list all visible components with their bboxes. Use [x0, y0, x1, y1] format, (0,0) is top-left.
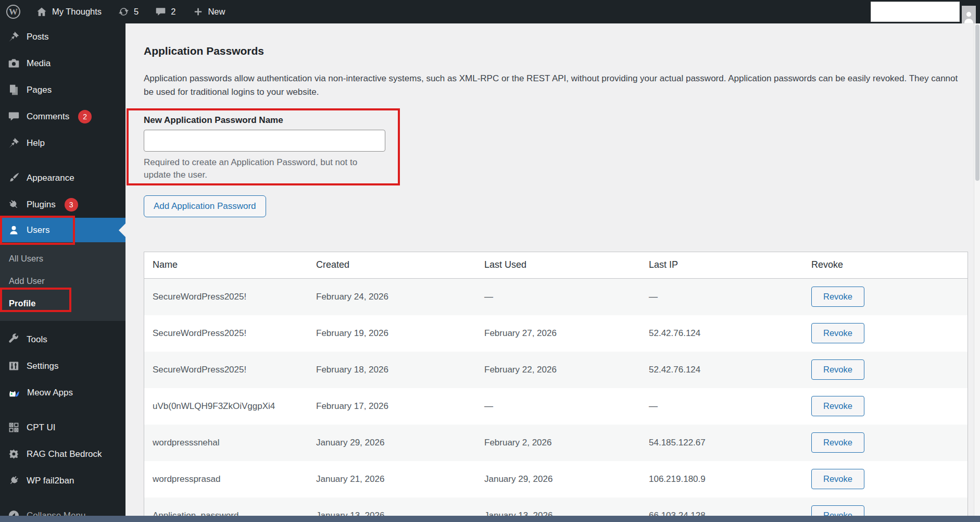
camera-icon	[8, 57, 20, 69]
new-application-password-name-input[interactable]	[144, 130, 385, 152]
application-passwords-table: Name Created Last Used Last IP Revoke Se…	[144, 252, 968, 516]
pushpin-icon	[8, 31, 20, 43]
table-row: wordpresssnehal January 29, 2026 Februar…	[144, 425, 968, 461]
revoke-button[interactable]: Revoke	[811, 505, 864, 516]
application-passwords-description: Application passwords allow authenticati…	[144, 72, 961, 100]
sidebar-item-media[interactable]: Media	[0, 50, 125, 77]
plugins-badge: 3	[65, 198, 78, 212]
submenu-item-profile[interactable]: Profile	[0, 292, 125, 315]
updates-count: 5	[134, 7, 139, 17]
password-name: wordpressprasad	[144, 474, 316, 484]
sidebar-item-label: Comments	[27, 111, 69, 122]
sidebar-item-label: Pages	[27, 85, 52, 95]
table-row: SecureWordPress2025! February 19, 2026 F…	[144, 315, 968, 352]
bottom-bar	[0, 516, 980, 522]
add-application-password-button[interactable]: Add Application Password	[144, 195, 266, 217]
sidebar-item-cpt-ui[interactable]: CPT UI	[0, 414, 125, 441]
last-used-date: January 13, 2026	[484, 511, 649, 516]
sidebar-item-label: Tools	[27, 334, 47, 345]
user-icon	[8, 224, 20, 236]
sidebar-item-appearance[interactable]: Appearance	[0, 165, 125, 191]
table-row: Application_password_ January 13, 2026 J…	[144, 498, 968, 516]
sidebar-item-meow-apps[interactable]: Meow Apps	[0, 379, 125, 406]
sidebar-item-label: Meow Apps	[27, 388, 73, 398]
sidebar-item-label: Posts	[27, 32, 49, 42]
revoke-button[interactable]: Revoke	[811, 359, 864, 380]
submenu-item-label: Profile	[9, 299, 35, 308]
last-used-date: January 29, 2026	[484, 474, 649, 484]
password-name: uVb(0nWLQH9F3ZkOiVggpXi4	[144, 401, 316, 412]
submenu-item-label: All Users	[9, 254, 43, 264]
gear-icon	[8, 448, 20, 460]
column-header-revoke: Revoke	[811, 259, 968, 270]
plug-icon	[8, 198, 20, 210]
last-ip: —	[649, 401, 811, 412]
created-date: January 29, 2026	[316, 438, 484, 448]
revoke-button[interactable]: Revoke	[811, 469, 864, 489]
sidebar-item-rag-chat-bedrock[interactable]: RAG Chat Bedrock	[0, 441, 125, 467]
table-header-row: Name Created Last Used Last IP Revoke	[144, 252, 968, 279]
user-avatar[interactable]	[962, 6, 976, 23]
wordpress-logo-icon[interactable]: W	[6, 5, 20, 19]
site-name-label: My Thoughts	[52, 7, 102, 17]
last-ip: 52.42.76.124	[649, 365, 811, 375]
submenu-item-all-users[interactable]: All Users	[0, 247, 125, 270]
revoke-button[interactable]: Revoke	[811, 396, 864, 416]
last-used-date: February 2, 2026	[484, 438, 649, 448]
sidebar-item-label: CPT UI	[27, 422, 55, 433]
table-row: SecureWordPress2025! February 18, 2026 F…	[144, 352, 968, 388]
site-name-link[interactable]: My Thoughts	[36, 6, 102, 18]
new-application-password-name-label: New Application Password Name	[144, 115, 961, 126]
sidebar-item-tools[interactable]: Tools	[0, 326, 125, 353]
new-label: New	[208, 7, 225, 17]
password-name: SecureWordPress2025!	[144, 365, 316, 375]
column-header-name: Name	[144, 259, 316, 270]
last-used-date: February 27, 2026	[484, 328, 649, 339]
last-used-date: —	[484, 401, 649, 412]
comments-link[interactable]: 2	[155, 6, 175, 17]
menu-separator	[0, 321, 125, 326]
menu-separator	[0, 156, 125, 165]
revoke-button[interactable]: Revoke	[811, 432, 864, 453]
scrollbar-thumb[interactable]	[975, 24, 979, 181]
sidebar-item-label: Media	[27, 58, 51, 69]
sidebar-item-label: Plugins	[27, 200, 56, 210]
table-row: wordpressprasad January 21, 2026 January…	[144, 461, 968, 498]
sidebar-item-settings[interactable]: Settings	[0, 353, 125, 379]
last-ip: 106.219.180.9	[649, 474, 811, 484]
sidebar-item-users[interactable]: Users	[0, 218, 125, 242]
wrench-icon	[8, 333, 20, 345]
updates-icon	[118, 6, 129, 17]
admin-sidebar-menu: Posts Media Pages Comments 2 Help Appear…	[0, 23, 125, 516]
plus-icon	[193, 7, 203, 17]
last-ip: 54.185.122.67	[649, 438, 811, 448]
sidebar-item-comments[interactable]: Comments 2	[0, 103, 125, 130]
created-date: February 19, 2026	[316, 328, 484, 339]
table-row: uVb(0nWLQH9F3ZkOiVggpXi4 February 17, 20…	[144, 388, 968, 425]
revoke-button[interactable]: Revoke	[811, 323, 864, 343]
submenu-item-label: Add User	[9, 276, 45, 286]
sidebar-item-label: Help	[27, 138, 45, 148]
sidebar-item-help[interactable]: Help	[0, 130, 125, 156]
column-header-last-ip: Last IP	[649, 259, 811, 270]
sidebar-item-wp-fail2ban[interactable]: WP fail2ban	[0, 467, 125, 494]
created-date: February 24, 2026	[316, 292, 484, 302]
comment-bubble-icon	[8, 110, 20, 122]
sidebar-item-label: Settings	[27, 361, 58, 371]
comment-bubble-icon	[155, 6, 166, 17]
updates-link[interactable]: 5	[118, 6, 139, 17]
sidebar-item-plugins[interactable]: Plugins 3	[0, 191, 125, 218]
sidebar-item-posts[interactable]: Posts	[0, 23, 125, 50]
new-content-button[interactable]: New	[193, 7, 225, 17]
search-box[interactable]	[871, 2, 960, 22]
cat-icon	[8, 387, 20, 399]
revoke-button[interactable]: Revoke	[811, 287, 864, 307]
vertical-scrollbar[interactable]	[974, 23, 980, 516]
sidebar-item-pages[interactable]: Pages	[0, 77, 125, 103]
created-date: February 17, 2026	[316, 401, 484, 412]
comments-badge: 2	[78, 110, 92, 123]
submenu-item-add-user[interactable]: Add User	[0, 270, 125, 292]
password-name: SecureWordPress2025!	[144, 328, 316, 339]
sidebar-item-label: Appearance	[27, 173, 74, 183]
person-icon	[963, 10, 975, 23]
